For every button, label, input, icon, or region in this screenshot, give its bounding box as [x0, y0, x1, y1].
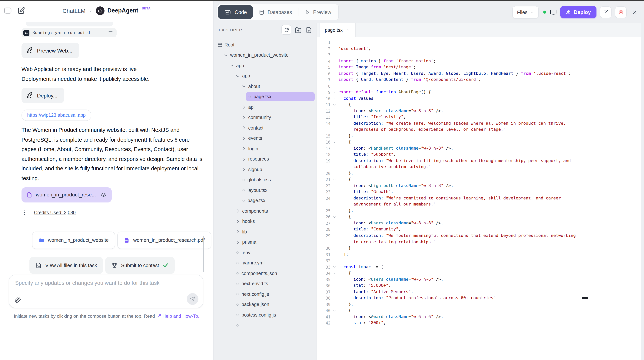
- code-line: 41 icon: <Award className="w-6 h-6" />,: [317, 314, 641, 320]
- credits-used-link[interactable]: Credits Used: 2,080: [34, 210, 76, 215]
- sidebar-toggle-icon[interactable]: [4, 7, 12, 15]
- files-dropdown[interactable]: Files: [512, 6, 539, 18]
- chevron-right-icon[interactable]: [242, 126, 246, 130]
- composer-input[interactable]: Specify any updates or changes you want …: [9, 275, 203, 308]
- record-button[interactable]: [615, 6, 627, 18]
- tab-code[interactable]: Code: [218, 5, 253, 19]
- chevron-down-icon[interactable]: [236, 74, 240, 79]
- tree-item-package.json[interactable]: package.json: [214, 299, 316, 310]
- code-line: 5import Image from 'next/image';: [317, 64, 641, 70]
- running-status-chip[interactable]: Running: yarn run build: [22, 28, 116, 37]
- tree-item-components[interactable]: components: [214, 206, 316, 216]
- code-text: },: [338, 170, 354, 176]
- close-panel-button[interactable]: [630, 8, 639, 17]
- chevron-right-icon[interactable]: [236, 240, 240, 245]
- tree-item-components.json[interactable]: components.json: [214, 268, 316, 279]
- monitor-icon[interactable]: [550, 9, 557, 16]
- chevron-right-icon[interactable]: [236, 219, 240, 224]
- chevron-right-icon[interactable]: [242, 105, 246, 110]
- deploy-chat-button[interactable]: Deploy...: [22, 88, 64, 103]
- attach-file-button[interactable]: [12, 294, 23, 305]
- fold-toggle-icon[interactable]: [330, 140, 338, 144]
- tree-item-community[interactable]: community: [214, 112, 316, 123]
- chevron-right-icon[interactable]: [236, 209, 240, 214]
- tree-item-globals.css[interactable]: globals.css: [214, 175, 316, 185]
- help-link[interactable]: Help and How-To.: [162, 313, 200, 319]
- tree-item-contact[interactable]: contact: [214, 123, 316, 133]
- attachment-chip-0[interactable]: women_in_product_website: [32, 231, 115, 249]
- refresh-button[interactable]: [282, 25, 291, 35]
- tree-item-.yarnrc.yml[interactable]: .yarnrc.yml: [214, 258, 316, 268]
- chevron-down-icon[interactable]: [242, 84, 246, 89]
- tree-item-signup[interactable]: signup: [214, 164, 316, 175]
- new-folder-icon[interactable]: [295, 26, 302, 34]
- tree-item-login[interactable]: login: [214, 143, 316, 154]
- tree-item-women_in_product_website[interactable]: women_in_product_website: [214, 50, 316, 60]
- tree-item-events[interactable]: events: [214, 133, 316, 143]
- tree-item-page.tsx[interactable]: page.tsx: [214, 92, 316, 102]
- fold-toggle-icon[interactable]: [330, 97, 338, 100]
- tree-item-hooks[interactable]: hooks: [214, 216, 316, 227]
- code-editor[interactable]: 12'use client';34import { motion } from …: [317, 37, 641, 360]
- tab-databases[interactable]: Databases: [253, 5, 298, 19]
- fold-toggle-icon[interactable]: [330, 272, 338, 275]
- close-tab-icon[interactable]: [346, 28, 351, 32]
- breadcrumb-app[interactable]: ChatLLM: [63, 7, 86, 14]
- tree-item-about[interactable]: about: [214, 81, 316, 92]
- eye-icon[interactable]: [100, 192, 107, 198]
- tree-item-layout.tsx[interactable]: layout.tsx: [214, 185, 316, 196]
- tree-item-prisma[interactable]: prisma: [214, 237, 316, 247]
- chat-scrollbar[interactable]: [202, 236, 204, 272]
- fold-toggle-icon[interactable]: [330, 265, 338, 269]
- tree-item-resources[interactable]: resources: [214, 154, 316, 164]
- editor-tab-page-tsx[interactable]: page.tsx: [320, 23, 356, 37]
- root-icon[interactable]: [217, 42, 222, 48]
- status-line-2: Deployment is needed to make it publicly…: [22, 74, 202, 84]
- chevron-down-icon[interactable]: [223, 53, 228, 58]
- preview-web-button[interactable]: Preview Web...: [22, 43, 79, 58]
- fold-toggle-icon[interactable]: [330, 309, 338, 312]
- fold-toggle-icon[interactable]: [330, 178, 338, 181]
- code-line: 42 stat: "800+",: [317, 320, 641, 326]
- open-external-button[interactable]: [600, 6, 612, 18]
- tree-item-page.tsx[interactable]: page.tsx: [214, 196, 316, 206]
- tab-preview[interactable]: Preview: [298, 5, 337, 19]
- preview-url-link[interactable]: https://wip123.abacusai.app: [22, 110, 91, 121]
- send-button[interactable]: [187, 293, 198, 305]
- deploy-button[interactable]: Deploy: [560, 6, 596, 18]
- new-file-icon[interactable]: [305, 26, 312, 34]
- tree-item-partial[interactable]: [214, 320, 316, 330]
- chevron-right-icon[interactable]: [242, 115, 246, 120]
- tree-item-next-env.d.ts[interactable]: next-env.d.ts: [214, 279, 316, 289]
- tree-item-content: [234, 321, 315, 330]
- view-all-files-button[interactable]: View All files in this task: [30, 257, 103, 274]
- code-text: {: [338, 270, 351, 276]
- compose-icon[interactable]: [17, 7, 25, 15]
- chevron-right-icon[interactable]: [242, 136, 246, 141]
- window-top-strip: [0, 0, 644, 1]
- chevron-down-icon[interactable]: [230, 63, 234, 68]
- chevron-right-icon[interactable]: [242, 146, 246, 151]
- tree-item-api[interactable]: api: [214, 102, 316, 112]
- chevron-right-icon[interactable]: [236, 230, 240, 234]
- tree-item-app[interactable]: app: [214, 60, 316, 71]
- chevron-right-icon[interactable]: [242, 167, 246, 172]
- tree-item-lib[interactable]: lib: [214, 227, 316, 237]
- kebab-menu-icon[interactable]: [22, 210, 28, 216]
- tree-item-.env[interactable]: .env: [214, 247, 316, 258]
- chevron-right-icon[interactable]: [242, 157, 246, 162]
- tree-item-label: women_in_product_website: [230, 53, 288, 58]
- attachment-chip-1[interactable]: PDFwomen_in_product_research.pdf: [117, 231, 211, 249]
- submit-to-contest-button[interactable]: Submit to contest: [105, 257, 174, 274]
- tree-item-next.config.js[interactable]: next.config.js: [214, 289, 316, 299]
- fold-toggle-icon[interactable]: [330, 103, 338, 107]
- tree-item-Root[interactable]: Root: [214, 40, 316, 50]
- log-list-icon[interactable]: [108, 30, 113, 35]
- fold-toggle-icon[interactable]: [330, 91, 338, 94]
- fold-toggle-icon[interactable]: [330, 215, 338, 219]
- circle-icon: [236, 323, 240, 327]
- tree-item-app[interactable]: app: [214, 71, 316, 81]
- artifact-chip[interactable]: women_in_product_rese...: [22, 187, 112, 202]
- line-number: 19: [317, 158, 330, 164]
- tree-item-postcss.config.js[interactable]: postcss.config.js: [214, 310, 316, 320]
